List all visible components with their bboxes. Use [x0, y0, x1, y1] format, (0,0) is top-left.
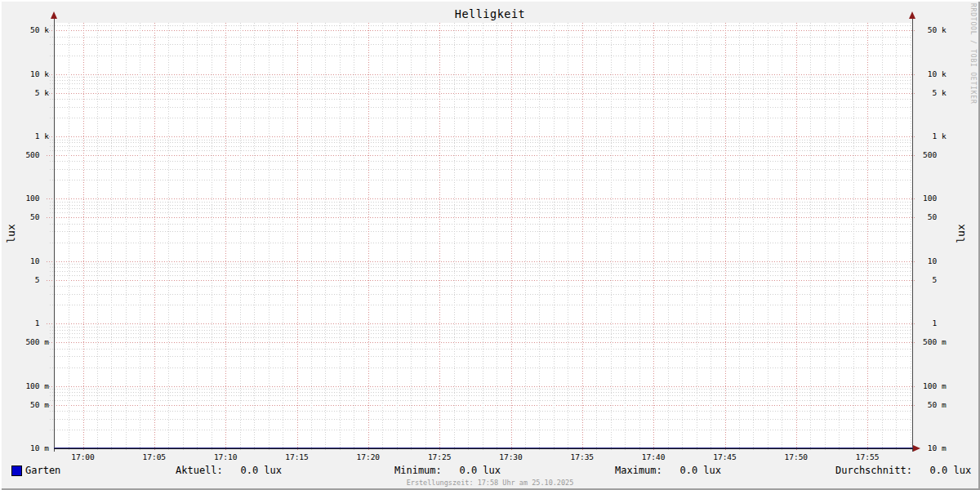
gridline-minor-v: [140, 23, 140, 450]
x-axis-arrow-icon: [913, 445, 920, 452]
gridline-major-h: [47, 30, 916, 31]
y-tick-label-right: 100 m: [923, 381, 947, 391]
gridline-major-v: [225, 23, 226, 452]
gridline-major-h: [47, 93, 916, 94]
gridline-major-h: [47, 323, 916, 324]
gridline-major-h: [47, 74, 916, 75]
stat-durchschnitt: Durchschnitt: 0.0 lux: [835, 465, 971, 476]
gridline-minor-v: [497, 23, 497, 450]
gridline-minor-v: [382, 23, 383, 450]
y-tick-label-left: 500 m: [15, 337, 49, 347]
gridline-minor-v: [668, 23, 669, 450]
gridline-minor-v: [525, 23, 526, 450]
gridline-major-h: [47, 405, 916, 406]
y-tick-label-right: 50: [923, 212, 947, 222]
gridline-major-h: [47, 155, 916, 156]
gridline-minor-v: [354, 23, 354, 450]
y-tick-label-right: 100: [923, 194, 947, 203]
x-tick-label: 17:30: [493, 452, 529, 462]
gridline-minor-v: [311, 23, 312, 450]
gridline-major-v: [368, 23, 369, 452]
gridline-major-v: [796, 23, 797, 452]
x-tick-label: 17:15: [279, 452, 315, 462]
y-axis-unit-label-right: lux: [955, 209, 968, 258]
gridline-minor-v: [411, 23, 412, 450]
y-tick-label-right: 1: [923, 318, 947, 328]
y-tick-label-left: 50: [15, 212, 49, 222]
gridline-major-v: [653, 23, 654, 452]
gridline-major-v: [154, 23, 155, 452]
gridline-minor-v: [397, 23, 398, 450]
gridline-minor-v: [111, 23, 112, 450]
y-tick-label-right: 10: [923, 256, 947, 266]
gridline-major-h: [47, 386, 916, 387]
gridline-minor-v: [697, 23, 697, 450]
gridline-major-h: [47, 136, 916, 137]
gridline-minor-v: [212, 23, 212, 450]
gridline-minor-v: [454, 23, 455, 450]
rrdtool-branding: RRDTOOL / TOBI OETIKER: [969, 3, 977, 105]
gridline-minor-v: [611, 23, 612, 450]
y-axis-line-left: [54, 16, 55, 452]
gridline-major-h: [47, 280, 916, 281]
x-tick-label: 17:40: [635, 452, 671, 462]
y-tick-label-left: 10: [15, 256, 49, 266]
y-tick-label-right: 50 k: [923, 25, 947, 35]
y-tick-label-left: 10 k: [15, 69, 49, 79]
gridline-major-v: [725, 23, 726, 452]
gridline-major-h: [47, 198, 916, 199]
x-tick-label: 17:00: [65, 452, 101, 462]
gridline-minor-v: [269, 23, 270, 450]
y-tick-label-left: 50 k: [15, 25, 49, 35]
legend-swatch-garten: [11, 466, 22, 476]
x-tick-label: 17:25: [421, 452, 457, 462]
series-line-garten: [54, 448, 914, 449]
gridline-minor-v: [554, 23, 555, 450]
gridline-minor-v: [782, 23, 782, 450]
gridline-minor-v: [97, 23, 98, 450]
gridline-major-v: [582, 23, 583, 452]
gridline-minor-v: [539, 23, 540, 450]
y-axis-unit-label-left: lux: [5, 209, 18, 258]
gridline-minor-v: [639, 23, 640, 450]
gridline-minor-v: [896, 23, 897, 450]
y-tick-label-left: 5 k: [15, 88, 49, 98]
gridline-minor-v: [810, 23, 811, 450]
y-tick-label-left: 100 m: [15, 381, 49, 391]
stat-minimum: Minimum: 0.0 lux: [394, 465, 501, 476]
gridline-major-v: [867, 23, 868, 452]
gridline-major-v: [511, 23, 512, 452]
creation-timestamp: Erstellungszeit: 17:58 Uhr am 25.10.2025: [0, 479, 980, 487]
gridline-minor-v: [126, 23, 127, 450]
stat-maximum: Maximum: 0.0 lux: [615, 465, 721, 476]
y-tick-label-left: 50 m: [15, 400, 49, 410]
gridline-minor-v: [240, 23, 241, 450]
x-tick-label: 17:45: [707, 452, 743, 462]
y-tick-label-left: 5: [15, 275, 49, 285]
x-tick-label: 17:35: [564, 452, 600, 462]
x-tick-label: 17:05: [136, 452, 172, 462]
y-tick-label-left: 1: [15, 318, 49, 328]
gridline-major-v: [83, 23, 84, 452]
gridline-minor-v: [425, 23, 426, 450]
y-tick-label-right: 10 m: [923, 443, 947, 453]
gridline-minor-v: [568, 23, 568, 450]
y-tick-label-right: 1 k: [923, 131, 947, 141]
x-tick-label: 17:20: [350, 452, 386, 462]
x-tick-label: 17:10: [207, 452, 243, 462]
legend-series-label: Garten: [25, 465, 60, 476]
gridline-minor-v: [197, 23, 198, 450]
y-tick-label-right: 5: [923, 275, 947, 285]
y-tick-label-right: 10 k: [923, 69, 947, 79]
stat-aktuell: Aktuell: 0.0 lux: [176, 465, 282, 476]
y-tick-label-right: 5 k: [923, 88, 947, 98]
gridline-minor-v: [625, 23, 626, 450]
gridline-minor-v: [483, 23, 483, 450]
gridline-minor-v: [468, 23, 469, 450]
gridline-minor-v: [825, 23, 826, 450]
gridline-minor-v: [882, 23, 883, 450]
gridline-minor-v: [283, 23, 283, 450]
gridline-minor-v: [325, 23, 326, 450]
x-tick-label: 17:55: [849, 452, 885, 462]
gridline-minor-v: [183, 23, 184, 450]
